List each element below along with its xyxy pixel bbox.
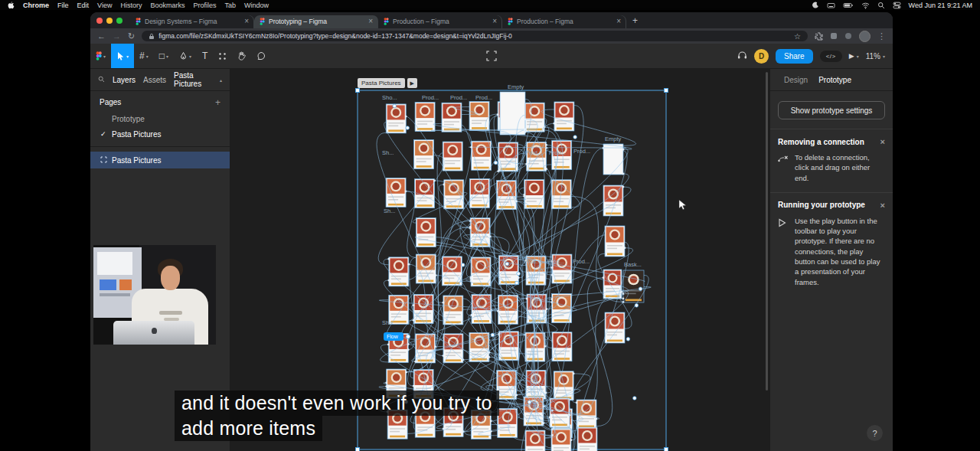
tab-close-icon[interactable]: × (368, 18, 373, 25)
bookmark-star-icon[interactable]: ☆ (794, 32, 801, 41)
connection-handle[interactable] (517, 272, 521, 276)
extension-icon[interactable] (830, 32, 838, 40)
canvas-frame[interactable] (472, 141, 492, 170)
section-play-flow-icon[interactable]: ▶ (407, 78, 417, 88)
menu-history[interactable]: History (120, 2, 142, 9)
canvas-frame[interactable] (416, 218, 436, 247)
user-avatar[interactable]: D (754, 49, 769, 64)
canvas-frame[interactable] (603, 144, 623, 175)
selection-handle[interactable] (665, 89, 668, 93)
canvas-frame[interactable] (603, 185, 623, 216)
pen-tool-button[interactable]: ▾ (174, 44, 197, 68)
address-bar[interactable]: figma.com/file/zSKdmxiUkTSIY6cmNz8Io/Pro… (142, 31, 808, 41)
dev-mode-toggle[interactable]: </> (820, 51, 842, 62)
huddle-headphones-icon[interactable] (737, 49, 747, 63)
menu-tab[interactable]: Tab (224, 2, 236, 9)
zoom-window-button[interactable] (116, 18, 122, 24)
menu-profiles[interactable]: Profiles (193, 2, 216, 9)
menu-bookmarks[interactable]: Bookmarks (150, 2, 185, 9)
canvas-frame[interactable] (443, 142, 462, 171)
canvas-frame[interactable] (550, 398, 570, 427)
close-icon[interactable]: × (880, 201, 885, 210)
canvas-frame[interactable] (386, 104, 406, 133)
tab-design[interactable]: Design (784, 76, 808, 84)
shape-tool-button[interactable]: □▾ (154, 44, 174, 68)
present-button[interactable]: ▶▾ (849, 52, 859, 60)
connection-handle[interactable] (639, 287, 642, 291)
connection-handle[interactable] (393, 104, 397, 108)
tab-prototype[interactable]: Prototype (818, 76, 851, 84)
battery-icon[interactable] (843, 2, 854, 9)
resources-tool-button[interactable] (213, 44, 232, 68)
connection-handle[interactable] (515, 281, 519, 285)
moon-icon[interactable] (812, 2, 819, 9)
tab-close-icon[interactable]: × (244, 18, 249, 25)
connection-handle[interactable] (633, 397, 637, 400)
figma-main-menu-button[interactable]: ▾ (90, 44, 111, 68)
menu-file[interactable]: File (57, 2, 69, 9)
canvas-frame[interactable] (389, 257, 409, 286)
menu-view[interactable]: View (97, 2, 112, 9)
canvas-frame[interactable] (469, 332, 489, 361)
canvas-frame[interactable] (469, 102, 489, 131)
chrome-profile-avatar[interactable] (859, 31, 871, 42)
canvas-frame[interactable] (577, 427, 597, 451)
canvas-frame[interactable] (500, 92, 525, 135)
tab-close-icon[interactable]: × (616, 18, 621, 25)
connection-handle[interactable] (494, 161, 498, 165)
connection-handle[interactable] (573, 136, 577, 139)
wifi-icon[interactable] (861, 2, 870, 9)
canvas-frame[interactable] (414, 140, 434, 169)
control-center-icon[interactable] (893, 2, 901, 9)
canvas-scrollbar[interactable] (766, 72, 768, 391)
tab-assets[interactable]: Assets (143, 76, 166, 84)
tab-close-icon[interactable]: × (492, 18, 497, 25)
apple-logo-icon[interactable] (8, 2, 15, 9)
canvas-frame[interactable] (498, 408, 518, 437)
connection-handle[interactable] (528, 400, 531, 404)
close-window-button[interactable] (96, 18, 103, 24)
keyboard-icon[interactable] (827, 2, 835, 9)
page-item-prototype[interactable]: Prototype (90, 111, 230, 126)
forward-icon[interactable]: → (113, 32, 121, 41)
add-page-button[interactable]: + (215, 99, 220, 106)
connection-handle[interactable] (505, 262, 509, 266)
hand-tool-button[interactable] (232, 44, 251, 68)
flow-start-handle[interactable] (406, 335, 410, 338)
move-tool-button[interactable]: ▾ (111, 44, 134, 68)
extension-puzzle-icon[interactable] (815, 32, 823, 41)
new-tab-button[interactable]: + (632, 15, 638, 26)
spotlight-search-icon[interactable] (877, 2, 885, 9)
connection-handle[interactable] (461, 263, 465, 267)
browser-tab-design-systems[interactable]: Design Systems – Figma × (130, 15, 254, 28)
frame-tool-button[interactable]: #▾ (134, 44, 154, 68)
close-icon[interactable]: × (880, 137, 885, 146)
reload-icon[interactable]: ↻ (128, 32, 135, 41)
comment-tool-button[interactable] (251, 44, 271, 68)
help-button[interactable]: ? (867, 425, 883, 441)
connection-handle[interactable] (491, 333, 495, 337)
connection-handle[interactable] (635, 304, 639, 308)
selection-handle[interactable] (356, 89, 360, 93)
section-title[interactable]: Pasta Pictures (358, 78, 405, 88)
show-prototype-settings-button[interactable]: Show prototype settings (778, 101, 885, 119)
tab-layers[interactable]: Layers (113, 76, 136, 84)
selection-handle[interactable] (665, 448, 668, 451)
chrome-menu-kebab-icon[interactable]: ⋮ (877, 32, 886, 41)
menu-window[interactable]: Window (244, 2, 269, 9)
share-button[interactable]: Share (776, 49, 813, 64)
zoom-menu[interactable]: 11%▾ (866, 52, 885, 60)
canvas-mode-icon[interactable] (486, 44, 497, 68)
current-page-tab[interactable]: Pasta Pictures ▴ (174, 71, 222, 88)
canvas-frame[interactable] (552, 332, 572, 361)
connection-handle[interactable] (626, 338, 630, 342)
canvas-frame[interactable] (415, 103, 435, 132)
page-item-pasta-pictures[interactable]: ✓ Pasta Pictures (90, 126, 230, 142)
browser-tab-production-1[interactable]: Production – Figma × (378, 15, 502, 28)
selection-handle[interactable] (356, 448, 360, 451)
layer-row-section[interactable]: Pasta Pictures (90, 152, 230, 168)
browser-tab-prototyping[interactable]: Prototyping – Figma × (254, 15, 378, 28)
canvas-frame[interactable] (605, 226, 625, 257)
minimize-window-button[interactable] (106, 18, 113, 24)
connection-handle[interactable] (406, 126, 410, 130)
